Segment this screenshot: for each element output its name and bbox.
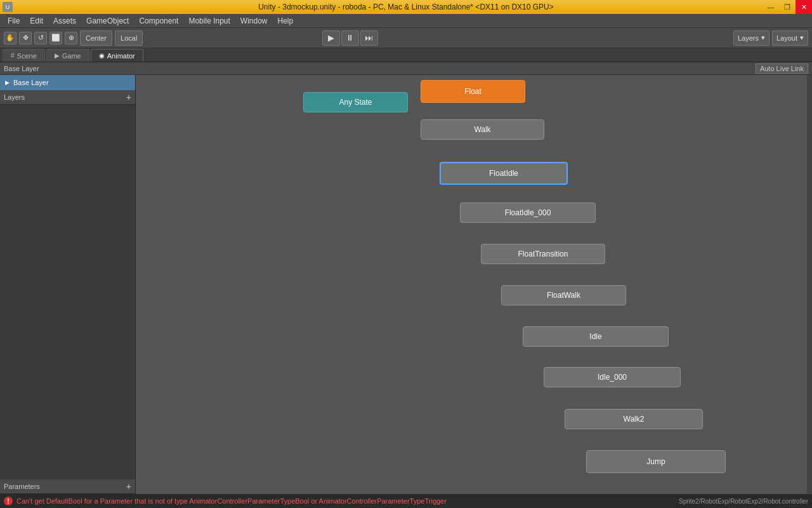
float-walk-node[interactable]: FloatWalk <box>501 285 626 305</box>
file-path: Sprite2/RobotExp/RobotExp2/Robot.control… <box>679 498 808 505</box>
tab-game-label: Game <box>62 52 81 60</box>
undo-button[interactable]: ↺ <box>34 32 47 44</box>
tab-animator[interactable]: ◉ Animator <box>91 49 143 62</box>
menu-assets[interactable]: Assets <box>48 15 81 27</box>
layout-label: Layout <box>776 34 797 42</box>
toolbar: ✋ ✥ ↺ ⬜ ⊕ Center Local ▶ ⏸ ⏭ Layers ▾ La… <box>0 28 812 48</box>
status-error-text: Can't get DefaultBool for a Parameter th… <box>16 497 447 505</box>
step-button[interactable]: ⏭ <box>360 30 378 46</box>
canvas-area[interactable]: Any State Float Walk FloatIdle FloatIdle… <box>136 75 812 494</box>
base-layer-arrow-icon: ▶ <box>5 79 10 86</box>
walk2-label: Walk2 <box>624 415 645 424</box>
layers-dropdown[interactable]: Layers ▾ <box>733 30 769 46</box>
float-transition-label: FloatTransition <box>518 250 568 258</box>
jump-label: Jump <box>646 457 665 466</box>
window-controls: — ❐ ✕ <box>763 0 812 14</box>
animator-tab-icon: ◉ <box>99 52 105 59</box>
game-tab-icon: ▶ <box>55 52 60 59</box>
app-icon: U <box>3 2 13 12</box>
move-tool-button[interactable]: ✥ <box>19 32 32 44</box>
base-layer-item[interactable]: ▶ Base Layer <box>0 75 135 90</box>
tabs-row: # Scene ▶ Game ◉ Animator <box>0 48 812 62</box>
layout-chevron-icon: ▾ <box>800 34 804 42</box>
main-area: ▶ Base Layer Layers + Parameters + Any S… <box>0 75 812 494</box>
hand-tool-button[interactable]: ✋ <box>4 32 16 44</box>
float-idle-000-node[interactable]: FloatIdle_000 <box>460 203 596 223</box>
layers-section: Layers + <box>0 90 135 105</box>
maximize-button[interactable]: ❐ <box>779 0 796 14</box>
idle-000-node[interactable]: Idle_000 <box>544 367 681 387</box>
float-walk-label: FloatWalk <box>547 291 580 300</box>
any-state-label: Any State <box>339 98 372 107</box>
tab-scene[interactable]: # Scene <box>3 49 45 62</box>
params-section: Parameters + <box>0 479 135 494</box>
menu-component[interactable]: Component <box>134 15 183 27</box>
float-idle-label: FloatIdle <box>489 169 518 178</box>
play-button[interactable]: ▶ <box>322 30 340 46</box>
menu-mobile-input[interactable]: Mobile Input <box>183 15 235 27</box>
add-param-icon[interactable]: + <box>126 481 131 491</box>
walk-label: Walk <box>474 125 490 134</box>
float-node[interactable]: Float <box>421 80 525 103</box>
walk2-node[interactable]: Walk2 <box>565 409 703 429</box>
tab-scene-label: Scene <box>17 52 37 60</box>
params-section-label: Parameters <box>4 483 40 490</box>
breadcrumb: Base Layer <box>4 65 39 72</box>
title-bar: U Unity - 3dmockup.unity - roboda - PC, … <box>0 0 812 14</box>
panel-spacer <box>0 105 135 479</box>
local-button[interactable]: Local <box>115 30 143 46</box>
idle-node[interactable]: Idle <box>523 326 669 347</box>
layers-section-label: Layers <box>4 93 25 101</box>
float-idle-node[interactable]: FloatIdle <box>440 162 568 185</box>
idle-000-label: Idle_000 <box>598 373 627 382</box>
idle-label: Idle <box>589 332 601 341</box>
local-label: Local <box>121 34 137 42</box>
float-idle-000-label: FloatIdle_000 <box>505 208 551 217</box>
menu-bar: File Edit Assets GameObject Component Mo… <box>0 14 812 28</box>
error-icon: ! <box>4 497 13 505</box>
center-button[interactable]: Center <box>80 30 112 46</box>
menu-file[interactable]: File <box>3 15 25 27</box>
center-label: Center <box>86 34 107 42</box>
params-section-header[interactable]: Parameters + <box>0 479 135 493</box>
rect-tool-button[interactable]: ⬜ <box>49 32 62 44</box>
float-transition-node[interactable]: FloatTransition <box>481 244 605 264</box>
base-layer-item-label: Base Layer <box>13 79 49 86</box>
scene-tab-icon: # <box>11 52 15 59</box>
toolbar-right: Layers ▾ Layout ▾ <box>733 30 808 46</box>
pause-button[interactable]: ⏸ <box>341 30 359 46</box>
menu-window[interactable]: Window <box>235 15 273 27</box>
add-layer-icon[interactable]: + <box>126 92 131 102</box>
menu-gameobject[interactable]: GameObject <box>81 15 134 27</box>
left-panel: ▶ Base Layer Layers + Parameters + <box>0 75 136 494</box>
breadcrumb-bar: Base Layer Auto Live Link <box>0 62 812 75</box>
tab-game[interactable]: ▶ Game <box>46 49 89 62</box>
menu-help[interactable]: Help <box>273 15 299 27</box>
layers-chevron-icon: ▾ <box>761 34 765 42</box>
any-state-node[interactable]: Any State <box>303 92 408 112</box>
close-button[interactable]: ✕ <box>796 0 812 14</box>
transform-button[interactable]: ⊕ <box>65 32 77 44</box>
status-bar: ! Can't get DefaultBool for a Parameter … <box>0 494 812 508</box>
float-label: Float <box>464 87 481 96</box>
auto-live-link-button[interactable]: Auto Live Link <box>756 64 808 74</box>
menu-edit[interactable]: Edit <box>25 15 48 27</box>
walk-node[interactable]: Walk <box>421 119 544 140</box>
canvas-scrollbar[interactable] <box>807 75 812 494</box>
layers-section-header[interactable]: Layers + <box>0 90 135 104</box>
tab-animator-label: Animator <box>107 52 135 60</box>
window-title: Unity - 3dmockup.unity - roboda - PC, Ma… <box>258 3 554 11</box>
layout-dropdown[interactable]: Layout ▾ <box>772 30 808 46</box>
jump-node[interactable]: Jump <box>586 450 726 473</box>
layers-label: Layers <box>738 34 759 42</box>
minimize-button[interactable]: — <box>763 0 779 14</box>
play-controls: ▶ ⏸ ⏭ <box>322 30 378 46</box>
